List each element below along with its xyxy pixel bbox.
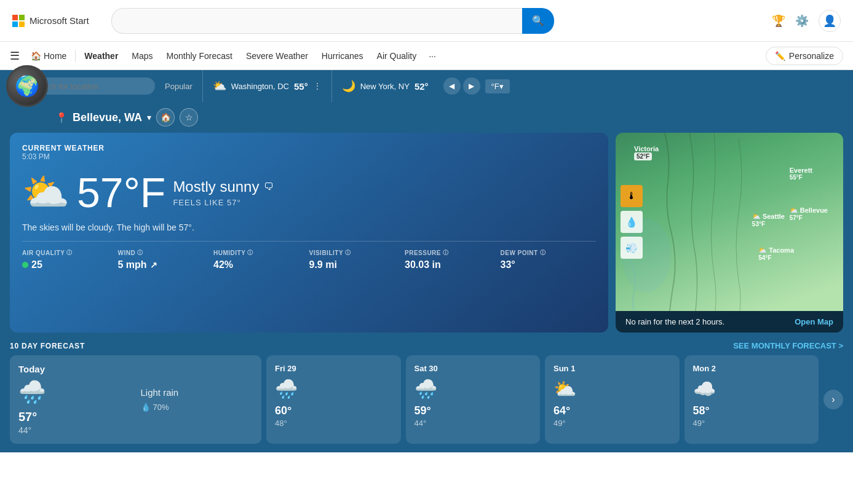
home-label: Home <box>44 51 66 61</box>
weather-main-icon: ⛅ <box>22 170 69 215</box>
hurricanes-label: Hurricanes <box>322 51 363 61</box>
temp-map-btn[interactable]: 🌡 <box>621 185 643 207</box>
dew-value: 33° <box>501 259 597 270</box>
top-nav-right: 🏆 ⚙️ 👤 <box>772 10 841 32</box>
location-star-btn[interactable]: ☆ <box>180 108 198 127</box>
stat-visibility: VISIBILITY ⓘ 9.9 mi <box>309 249 405 270</box>
location-dropdown-btn[interactable]: ▾ <box>147 112 151 122</box>
next-location-btn[interactable]: ▶ <box>463 77 480 95</box>
see-monthly-btn[interactable]: SEE MONTHLY FORECAST > <box>733 341 843 350</box>
unit-toggle[interactable]: °F▾ <box>485 79 510 93</box>
nav-severe-weather[interactable]: Severe Weather <box>240 49 314 63</box>
wind-info-icon: ⓘ <box>137 249 143 257</box>
open-map-link[interactable]: Open Map <box>795 317 833 326</box>
fri-label: Fri 29 <box>275 364 392 373</box>
nav-maps[interactable]: Maps <box>125 49 159 63</box>
profile-icon[interactable]: 👤 <box>819 10 841 32</box>
today-left: Today 🌧️ 57° 44° <box>18 364 131 435</box>
prev-location-btn[interactable]: ◀ <box>443 77 461 95</box>
map-city-seattle: ⛅ Seattle 53°F <box>752 213 785 227</box>
hamburger-menu[interactable]: ☰ <box>10 49 20 63</box>
nav-hurricanes[interactable]: Hurricanes <box>315 49 370 63</box>
map-city-tacoma: ⛅ Tacoma 54°F <box>758 246 794 261</box>
sun-low: 49° <box>553 419 671 428</box>
map-background[interactable]: Victoria 52°F Everett 55°F ⛅ Seattle 53°… <box>616 133 843 311</box>
weather-summary: The skies will be cloudy. The high will … <box>22 222 596 232</box>
nav-home[interactable]: 🏠 Home <box>25 49 73 63</box>
vis-info-icon: ⓘ <box>345 249 351 257</box>
more-nav-items[interactable]: ··· <box>424 49 441 63</box>
stat-wind: WIND ⓘ 5 mph ↗ <box>118 249 214 270</box>
logo-blue <box>12 22 18 27</box>
maps-label: Maps <box>132 51 153 61</box>
notification-icon: 🗨 <box>264 181 274 192</box>
nyc-weather-icon: 🌙 <box>342 79 355 93</box>
today-desc: Light rain <box>141 387 253 398</box>
nav-monthly-forecast[interactable]: Monthly Forecast <box>161 49 239 63</box>
edit-icon: ✏️ <box>775 51 785 61</box>
map-controls: 🌡 💧 💨 <box>621 185 643 259</box>
feels-like: FEELS LIKE 57° <box>173 198 274 207</box>
wind-arrow: ↗ <box>150 260 157 270</box>
dew-info-icon: ⓘ <box>540 249 546 257</box>
weather-main-row: ⛅ 57°F Mostly sunny 🗨 FEELS LIKE 57° <box>22 168 596 216</box>
sat-low: 44° <box>415 419 532 428</box>
weather-nav-label: Weather <box>84 51 118 61</box>
location-item-nyc[interactable]: 🌙 New York, NY 52° <box>331 70 438 102</box>
nav-weather[interactable]: Weather <box>78 49 124 63</box>
personalize-button[interactable]: ✏️ Personalize <box>766 47 843 65</box>
forecast-grid: Today 🌧️ 57° 44° Light rain 💧 70% Fri <box>10 355 843 444</box>
aqi-dot <box>22 262 28 268</box>
search-button[interactable]: 🔍 <box>522 8 554 34</box>
next-forecast-btn[interactable]: › <box>823 390 843 409</box>
sat-label: Sat 30 <box>415 364 532 373</box>
sun-icon: ⛅ <box>553 378 671 400</box>
visibility-value: 9.9 mi <box>309 259 405 270</box>
stat-dew-point: DEW POINT ⓘ 33° <box>501 249 597 270</box>
monthly-forecast-label: Monthly Forecast <box>167 51 232 61</box>
map-city-victoria: Victoria 52°F <box>634 145 659 160</box>
dc-weather-icon: ⛅ <box>213 79 226 93</box>
raindrop-icon: 💧 <box>141 403 151 412</box>
mon-high: 58° <box>693 404 811 417</box>
current-weather-label: CURRENT WEATHER <box>22 144 596 152</box>
forecast-card-today: Today 🌧️ 57° 44° Light rain 💧 70% <box>10 355 261 444</box>
location-bar: 🔍 Popular ⛅ Washington, DC 55° ⋮ 🌙 New Y… <box>0 70 853 102</box>
today-icon: 🌧️ <box>18 379 131 405</box>
brand-name: Microsoft Start <box>30 15 89 26</box>
map-city-bellevue: ⛅ Bellevue 57°F <box>790 207 828 221</box>
map-footer: No rain for the next 2 hours. Open Map <box>616 311 843 333</box>
personalize-label: Personalize <box>789 51 834 61</box>
search-input[interactable] <box>111 8 522 34</box>
location-home-btn[interactable]: 🏠 <box>156 108 175 127</box>
severe-weather-label: Severe Weather <box>246 51 308 61</box>
map-card: Victoria 52°F Everett 55°F ⛅ Seattle 53°… <box>616 133 843 333</box>
wind-map-btn[interactable]: 💨 <box>621 237 643 259</box>
pressure-label: PRESSURE ⓘ <box>405 249 501 257</box>
forecast-card-mon: Mon 2 ☁️ 58° 49° <box>684 355 819 444</box>
today-high: 57° <box>18 410 131 424</box>
humidity-value: 42% <box>213 259 309 270</box>
rain-message: No rain for the next 2 hours. <box>625 317 724 326</box>
pres-info-icon: ⓘ <box>443 249 449 257</box>
secondary-nav: ☰ 🏠 Home Weather Maps Monthly Forecast S… <box>0 42 853 70</box>
nav-air-quality[interactable]: Air Quality <box>371 49 423 63</box>
weather-description: Mostly sunny 🗨 <box>173 178 274 195</box>
location-item-dc[interactable]: ⛅ Washington, DC 55° ⋮ <box>202 70 331 102</box>
map-city-everett: Everett 55°F <box>790 167 812 181</box>
dc-more-btn[interactable]: ⋮ <box>313 81 322 91</box>
dew-label: DEW POINT ⓘ <box>501 249 597 257</box>
mon-label: Mon 2 <box>693 364 811 373</box>
feels-like-label: FEELS LIKE <box>173 198 224 207</box>
humidity-label: HUMIDITY ⓘ <box>213 249 309 257</box>
trophy-icon[interactable]: 🏆 <box>772 14 785 28</box>
fri-high: 60° <box>275 404 392 417</box>
settings-icon[interactable]: ⚙️ <box>795 14 809 28</box>
air-quality-label: Air Quality <box>377 51 417 61</box>
sun-high: 64° <box>553 404 671 417</box>
fri-icon: 🌧️ <box>275 378 392 400</box>
unit-label: °F <box>491 82 499 91</box>
rain-map-btn[interactable]: 💧 <box>621 211 643 233</box>
info-icon: ⓘ <box>66 249 73 257</box>
logo-red <box>12 15 18 20</box>
